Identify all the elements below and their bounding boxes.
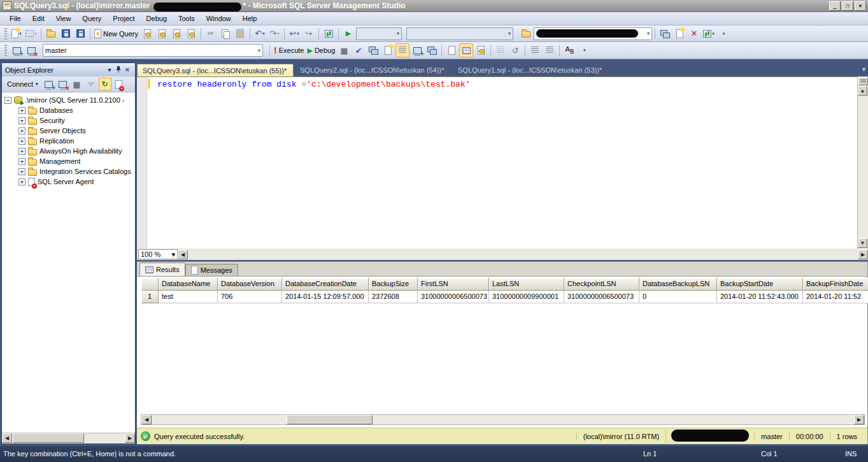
search-combo[interactable]: ▾ — [534, 27, 652, 40]
intellisense-button[interactable] — [395, 43, 409, 57]
comment-button[interactable] — [494, 43, 508, 57]
zoom-level-combo[interactable]: 100 %▾ — [138, 249, 178, 259]
menu-query[interactable]: Query — [76, 13, 107, 24]
toolbar-grip-2[interactable] — [4, 45, 7, 56]
grid-cell[interactable]: 706 — [218, 291, 282, 303]
expand-box-icon[interactable]: + — [18, 107, 25, 114]
tree-node-integration-services-catalogs[interactable]: +Integration Services Catalogs — [2, 166, 135, 177]
grid-corner-cell[interactable] — [141, 278, 159, 291]
expand-box-icon[interactable]: + — [18, 127, 25, 134]
results-horizontal-scrollbar[interactable]: ◀ ▶ — [141, 414, 865, 425]
results-scroll-right-arrow[interactable]: ▶ — [854, 415, 864, 424]
tab-close-icon[interactable]: ✕ — [287, 66, 294, 75]
editor-scroll-right-arrow[interactable]: ▶ — [858, 250, 868, 259]
toolbar-combo-1[interactable]: ▾ — [356, 27, 402, 40]
navigate-forward-button[interactable]: ↪ — [302, 27, 316, 41]
grid-cell[interactable]: 2014-01-20 11:52:43.000 — [717, 291, 803, 303]
oe-filter-button[interactable] — [85, 78, 97, 90]
oe-stop-button[interactable]: ■ — [71, 78, 83, 90]
column-header-databasebackuplsn[interactable]: DatabaseBackupLSN — [639, 278, 717, 291]
change-connection-button[interactable] — [24, 43, 38, 57]
expand-box-icon[interactable]: + — [18, 138, 25, 145]
save-all-button[interactable] — [73, 27, 87, 41]
grid-cell[interactable]: test — [159, 291, 218, 303]
menu-debug[interactable]: Debug — [141, 13, 173, 24]
estimated-plan-button[interactable] — [366, 43, 380, 57]
connect-button[interactable] — [10, 43, 24, 57]
collapse-box-icon[interactable]: − — [4, 97, 11, 104]
expand-box-icon[interactable]: + — [18, 158, 25, 165]
grid-cell[interactable]: 0 — [639, 291, 717, 303]
tree-node-alwayson-high-availability[interactable]: +AlwaysOn High Availability — [2, 146, 135, 156]
column-header-lastlsn[interactable]: LastLSN — [489, 278, 564, 291]
grid-cell[interactable]: 2014-01-20 11:52 — [803, 291, 868, 303]
results-tab-messages[interactable]: Messages — [185, 264, 238, 276]
code-line[interactable]: restore headeronly from disk ='c:\develo… — [157, 80, 471, 89]
split-window-handle[interactable] — [858, 77, 868, 85]
column-header-checkpointlsn[interactable]: CheckpointLSN — [564, 278, 639, 291]
document-tab-1[interactable]: SQLQuery3.sql - (loc...ICSSON\etuskan (5… — [137, 64, 294, 76]
scroll-right-arrow[interactable]: ▶ — [125, 433, 135, 443]
dmx-query-button[interactable] — [169, 27, 183, 41]
redo-button[interactable]: ↷▾ — [267, 27, 281, 41]
results-tab-results[interactable]: Results — [139, 263, 185, 276]
navigate-backward-button[interactable]: ↩▾ — [287, 27, 301, 41]
menu-edit[interactable]: Edit — [27, 13, 50, 24]
decrease-indent-button[interactable] — [528, 43, 542, 57]
tree-node-sql-server-agent[interactable]: +SQL Server Agent — [2, 177, 135, 187]
query-options-button[interactable] — [381, 43, 395, 57]
save-button[interactable] — [59, 27, 73, 41]
scroll-up-arrow[interactable]: ▲ — [858, 86, 867, 96]
parse-button[interactable]: ✔ — [352, 43, 366, 57]
oe-refresh-button[interactable]: ↻ — [99, 78, 111, 90]
object-explorer-details-button[interactable] — [658, 27, 672, 41]
oe-disconnect-button[interactable] — [57, 78, 69, 90]
debug-button[interactable]: ▶Debug — [306, 43, 336, 57]
oe-horizontal-scrollbar[interactable]: ◀ ▶ — [2, 433, 135, 444]
grid-cell[interactable]: 2014-01-15 12:09:57.000 — [282, 291, 369, 303]
properties-window-button[interactable] — [672, 27, 687, 41]
cancel-query-button[interactable]: ■ — [337, 43, 351, 57]
editor-scroll-left-arrow[interactable]: ◀ — [178, 250, 188, 259]
scroll-thumb[interactable] — [13, 433, 84, 443]
editor-vertical-scrollbar[interactable]: ▲ ▼ — [857, 76, 868, 249]
results-to-file-button[interactable] — [474, 43, 488, 57]
xmla-query-button[interactable] — [184, 27, 198, 41]
template-parameters-button[interactable]: AB — [562, 43, 576, 57]
mdx-query-button[interactable] — [155, 27, 169, 41]
database-engine-query-button[interactable] — [140, 27, 154, 41]
tree-node-databases[interactable]: +Databases — [2, 105, 135, 115]
tree-node-server-objects[interactable]: +Server Objects — [2, 126, 135, 136]
uncomment-button[interactable]: ↺ — [508, 43, 522, 57]
client-statistics-button[interactable] — [425, 43, 439, 57]
scroll-down-arrow[interactable]: ▼ — [858, 238, 867, 248]
tab-list-dropdown-icon[interactable]: ▼ — [861, 66, 867, 73]
available-databases-combo[interactable]: master▾ — [43, 44, 263, 57]
close-button[interactable]: × — [855, 1, 866, 11]
query-editor[interactable]: restore headeronly from disk ='c:\develo… — [137, 76, 857, 249]
close-panel-icon[interactable]: ✕ — [123, 66, 132, 73]
cut-button[interactable]: ✂ — [204, 27, 218, 41]
column-header-firstlsn[interactable]: FirstLSN — [418, 278, 489, 291]
toolbar-combo-2[interactable]: ▾ — [406, 27, 513, 40]
help-library-button[interactable] — [519, 27, 533, 41]
oe-reports-button[interactable] — [113, 78, 125, 90]
tools-button[interactable]: ✕ — [687, 27, 701, 41]
document-tab-2[interactable]: SQLQuery2.sql - (loc...ICSSON\etuskan (5… — [295, 64, 452, 76]
expand-box-icon[interactable]: + — [18, 117, 25, 124]
tree-node-management[interactable]: +Management — [2, 156, 135, 166]
editor-horizontal-scrollbar[interactable]: ◀ ▶ — [178, 249, 868, 260]
menu-help[interactable]: Help — [237, 13, 263, 24]
grid-cell[interactable]: 31000000006500073 — [418, 291, 489, 303]
menu-tools[interactable]: Tools — [173, 13, 201, 24]
activity-monitor-button[interactable] — [322, 27, 336, 41]
row-header[interactable]: 1 — [141, 291, 159, 303]
menu-view[interactable]: View — [50, 13, 77, 24]
expand-box-icon[interactable]: + — [18, 148, 25, 155]
tree-node-server[interactable]: −.\mirror (SQL Server 11.0.2100 - — [2, 95, 135, 105]
results-to-grid-button[interactable] — [459, 43, 473, 57]
tree-node-replication[interactable]: +Replication — [2, 136, 135, 146]
column-header-backupfinishdate[interactable]: BackupFinishDate — [803, 278, 868, 291]
toolbar-overflow-button[interactable]: ▾ — [716, 27, 730, 41]
restore-button[interactable]: ❐ — [842, 1, 853, 11]
